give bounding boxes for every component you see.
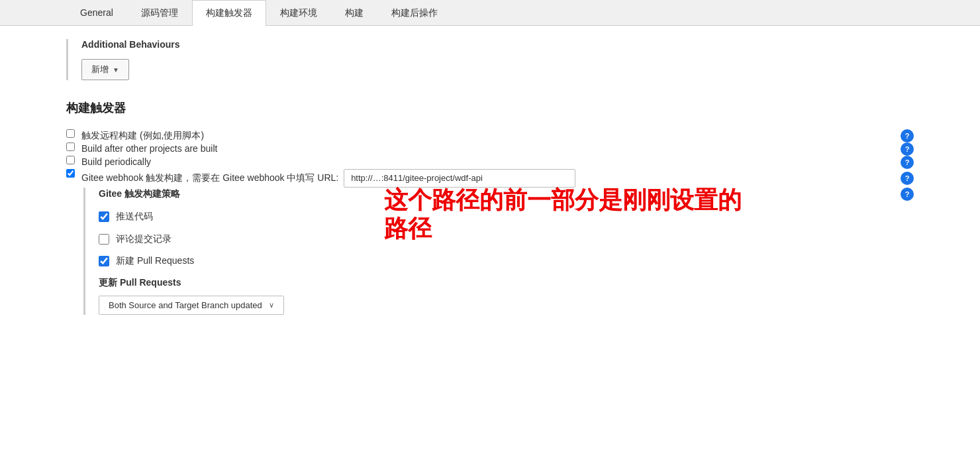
trigger-row-remote: 触发远程构建 (例如,使用脚本) ? [66,129,914,142]
build-triggers-title: 构建触发器 [66,100,914,116]
update-pr-dropdown[interactable]: Both Source and Target Branch updated ∨ [99,296,284,315]
gitee-strategy-section: Gitee 触发构建策略 ? 推送代码 评论提交记录 新建 Pull Reque… [83,188,914,315]
trigger-row-gitee-webhook: Gitee webhook 触发构建，需要在 Gitee webhook 中填写… [66,169,914,188]
strategy-push-checkbox[interactable] [99,211,109,222]
gitee-strategy-help-icon[interactable]: ? [901,188,914,201]
trigger-after-other-label: Build after other projects are built [81,142,217,156]
strategy-comment-row: 评论提交记录 [99,233,914,246]
strategy-new-pr-checkbox[interactable] [99,256,109,266]
additional-behaviours-title: Additional Behaviours [81,39,914,50]
strategy-comment-label: 评论提交记录 [116,233,172,246]
update-pr-title: 更新 Pull Requests [99,277,914,289]
trigger-remote-label: 触发远程构建 (例如,使用脚本) [81,129,204,142]
add-behaviour-button[interactable]: 新增 ▼ [81,59,129,80]
trigger-remote-help-icon[interactable]: ? [901,129,914,142]
trigger-periodically-label: Build periodically [81,156,151,169]
trigger-gitee-webhook-help-icon[interactable]: ? [901,172,914,185]
trigger-periodically-help-icon[interactable]: ? [901,156,914,169]
tab-general[interactable]: General [66,0,127,26]
tab-triggers[interactable]: 构建触发器 [192,0,266,26]
additional-behaviours-section: Additional Behaviours 新增 ▼ [66,39,914,80]
trigger-gitee-webhook-checkbox[interactable] [66,169,75,178]
trigger-periodically-checkbox[interactable] [66,156,75,164]
gitee-strategy-title-text: Gitee 触发构建策略 [99,188,180,200]
update-pr-section: 更新 Pull Requests Both Source and Target … [99,277,914,315]
update-pr-dropdown-label: Both Source and Target Branch updated [109,300,262,310]
main-content: Additional Behaviours 新增 ▼ 构建触发器 触发远程构建 … [0,26,980,355]
tab-post[interactable]: 构建后操作 [377,0,452,26]
update-pr-dropdown-arrow-icon: ∨ [269,301,274,310]
trigger-after-other-help-icon[interactable]: ? [901,142,914,156]
gitee-strategy-header: Gitee 触发构建策略 ? [99,188,914,201]
strategy-comment-checkbox[interactable] [99,234,109,245]
add-behaviour-arrow-icon: ▼ [113,66,119,74]
tab-env[interactable]: 构建环境 [266,0,331,26]
trigger-remote-checkbox[interactable] [66,129,75,138]
trigger-after-other-checkbox[interactable] [66,142,75,151]
strategy-push-row: 推送代码 [99,210,914,223]
strategy-push-label: 推送代码 [116,210,153,223]
strategy-new-pr-row: 新建 Pull Requests [99,255,914,268]
add-behaviour-label: 新增 [91,64,109,76]
trigger-gitee-webhook-label: Gitee webhook 触发构建，需要在 Gitee webhook 中填写… [81,169,575,188]
trigger-row-periodically: Build periodically ? [66,156,914,169]
tab-scm[interactable]: 源码管理 [127,0,192,26]
tabs-bar: General 源码管理 构建触发器 构建环境 构建 构建后操作 [0,0,980,26]
build-triggers-section: 构建触发器 触发远程构建 (例如,使用脚本) ? Build after oth… [66,100,914,315]
strategy-new-pr-label: 新建 Pull Requests [116,255,194,268]
trigger-row-after-other: Build after other projects are built ? [66,142,914,156]
tab-build[interactable]: 构建 [331,0,377,26]
webhook-url-display: http://…:8411/gitee-project/wdf-api [344,169,575,188]
